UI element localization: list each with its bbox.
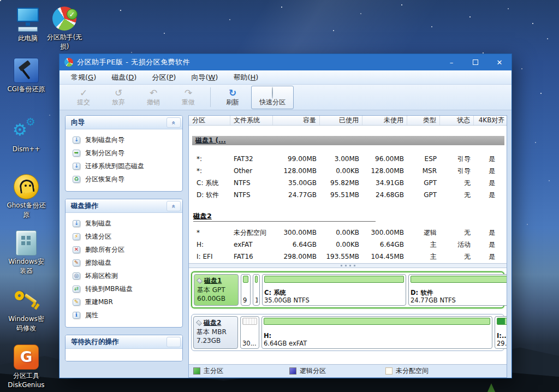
menu-item-0[interactable]: 常规(G) xyxy=(66,72,101,84)
legend-swatch xyxy=(385,367,393,375)
sidebar-item-1-5[interactable]: ⇄转换到MBR磁盘 xyxy=(66,282,182,295)
column-header-3[interactable]: 已使用 xyxy=(320,116,362,125)
partition-block[interactable]: H:6.64GB exFAT xyxy=(261,316,492,349)
legend-swatch xyxy=(193,367,200,375)
sidebar-panel-1: 磁盘操作«↓复制磁盘⚡快速分区✕删除所有分区✎擦除磁盘◎坏扇区检测⇄转换到MBR… xyxy=(65,199,183,328)
sidebar-item-1-0[interactable]: ↓复制磁盘 xyxy=(66,217,182,230)
maximize-icon xyxy=(473,60,478,65)
this-pc-icon xyxy=(16,7,40,33)
menu-item-4[interactable]: 帮助(H) xyxy=(228,72,263,84)
window-controls: – ✕ xyxy=(439,54,512,70)
cell: 95.82MB xyxy=(320,177,362,189)
cell: MSR xyxy=(407,165,440,177)
sidebar-item-0-0[interactable]: ↓复制磁盘向导 xyxy=(66,133,182,146)
sidebar-item-1-3[interactable]: ✎擦除磁盘 xyxy=(66,256,182,269)
desktop-icon-partition-assistant[interactable]: ✓分区助手(无损) xyxy=(40,4,88,51)
toolbar-icon-2: ↶ xyxy=(150,88,157,98)
disk-label-card[interactable]: 磁盘2基本 MBR7.23GB xyxy=(193,316,238,349)
close-button[interactable]: ✕ xyxy=(487,54,512,70)
toolbar-button-5[interactable]: 快速分区 xyxy=(251,86,294,109)
toolbar-button-2[interactable]: ↶撤销 xyxy=(137,86,170,109)
cell: 引导 xyxy=(440,165,474,177)
menu-bar: 常规(G)磁盘(D)分区(P)向导(W)帮助(H) xyxy=(60,70,512,85)
partition-block[interactable]: I:...29... xyxy=(495,316,507,349)
table-row[interactable]: *:Other128.00MB0.00KB128.00MBMSR引导是 xyxy=(189,165,507,177)
toolbar-separator xyxy=(210,87,211,107)
disk-icon xyxy=(196,320,202,326)
menu-item-3[interactable]: 向导(W) xyxy=(186,72,223,84)
table-row[interactable]: D: 软件NTFS24.77GB95.51MB24.68GBGPT无是 xyxy=(189,189,507,201)
partition-block[interactable]: 30... xyxy=(240,316,259,349)
disk-size: 60.00GB xyxy=(197,295,235,302)
desktop-icon-label: Windows密码修改 xyxy=(2,314,50,333)
menu-item-1[interactable]: 磁盘(D) xyxy=(106,72,141,84)
disk-label-card[interactable]: 磁盘1基本 GPT60.00GB xyxy=(194,274,239,306)
table-row[interactable]: C: 系统NTFS35.00GB95.82MB34.91GBGPT无是 xyxy=(189,177,507,189)
minimize-button[interactable]: – xyxy=(439,54,463,70)
menu-item-2[interactable]: 分区(P) xyxy=(147,72,181,84)
desktop-icon-windows-password[interactable]: Windows密码修改 xyxy=(2,286,50,333)
toolbar-icon-3: ↷ xyxy=(185,88,192,98)
disk-group-header-1[interactable]: 磁盘2 xyxy=(193,211,507,221)
dism-gears-icon: ⚙⚙ xyxy=(13,117,40,144)
sidebar-item-1-4[interactable]: ◎坏扇区检测 xyxy=(66,269,182,282)
toolbar-button-1[interactable]: ↺放弃 xyxy=(102,86,135,109)
cell: 34.91GB xyxy=(362,177,407,189)
operation-icon: ↓ xyxy=(73,163,80,170)
cell: 是 xyxy=(474,165,507,177)
sidebar-item-0-1[interactable]: ➥复制分区向导 xyxy=(66,146,182,159)
partition-block[interactable]: D: 软件24.77GB NTFS xyxy=(408,274,507,306)
cell: *: xyxy=(189,153,230,165)
title-bar[interactable]: 分区助手PE版 - 无损分区免费软件 – ✕ xyxy=(60,54,512,70)
legend-swatch xyxy=(289,367,296,375)
sidebar-item-label: 迁移系统到固态磁盘 xyxy=(85,162,144,171)
toolbar-button-3[interactable]: ↷重做 xyxy=(172,86,205,109)
table-row[interactable]: I: EFIFAT16298.00MB193.55MB104.45MB主无是 xyxy=(189,251,507,263)
column-header-2[interactable]: 容量 xyxy=(273,116,320,125)
partition-text: 1 xyxy=(255,296,258,304)
desktop-icon-ghost-backup[interactable]: Ghost备份还原 xyxy=(2,173,50,219)
disk-map-1[interactable]: 磁盘1基本 GPT60.00GB91C: 系统35.00GB NTFSD: 软件… xyxy=(191,271,504,308)
panel-header-2[interactable]: 等待执行的操作 xyxy=(66,335,182,349)
disk-icon xyxy=(197,278,203,284)
panel-title: 向导 xyxy=(71,118,166,127)
column-header-7[interactable]: 4KB对齐 xyxy=(474,116,507,125)
window-title: 分区助手PE版 - 无损分区免费软件 xyxy=(77,57,190,67)
toolbar-button-4[interactable]: ↻刷新 xyxy=(216,86,249,109)
sidebar-item-1-2[interactable]: ✕删除所有分区 xyxy=(66,243,182,256)
collapse-chevron-icon[interactable]: « xyxy=(166,201,181,211)
table-row[interactable]: *未分配空间300.00MB0.00KB300.00MB逻辑无是 xyxy=(189,227,507,239)
partition-block[interactable]: C: 系统35.00GB NTFS xyxy=(262,274,406,306)
desktop-icon-diskgenius[interactable]: G分区工具DiskGenius xyxy=(2,343,50,390)
collapse-chevron-icon[interactable] xyxy=(166,337,181,347)
panel-header-1[interactable]: 磁盘操作« xyxy=(66,199,182,213)
column-header-0[interactable]: 分区 xyxy=(189,116,230,125)
sidebar-item-1-1[interactable]: ⚡快速分区 xyxy=(66,230,182,243)
desktop-icon-dism[interactable]: ⚙⚙Dism++ xyxy=(2,116,50,154)
disk-map-2[interactable]: 磁盘2基本 MBR7.23GB30...H:6.64GB exFATI:...2… xyxy=(191,314,504,351)
partition-block[interactable]: 9 xyxy=(241,274,251,306)
table-row[interactable]: H:exFAT6.64GB0.00KB6.64GB主活动是 xyxy=(189,239,507,251)
column-header-6[interactable]: 状态 xyxy=(440,116,474,125)
panel-header-0[interactable]: 向导« xyxy=(66,116,182,129)
desktop-icon-cgi-backup[interactable]: CGI备份还原 xyxy=(2,56,50,94)
sidebar-item-label: 重建MBR xyxy=(85,298,113,307)
toolbar-button-0[interactable]: ✓提交 xyxy=(67,86,100,109)
collapse-chevron-icon[interactable]: « xyxy=(166,117,181,128)
disk-name: 磁盘1 xyxy=(197,276,235,286)
desktop-icon-windows-installer[interactable]: Windows安装器 xyxy=(2,229,50,276)
maximize-button[interactable] xyxy=(463,54,487,70)
splitter[interactable] xyxy=(189,263,507,268)
sidebar-item-1-7[interactable]: ℹ属性 xyxy=(66,308,182,322)
sidebar-item-0-3[interactable]: ♻分区恢复向导 xyxy=(66,173,182,186)
pending-operations-list[interactable] xyxy=(66,349,182,361)
cell: I: EFI xyxy=(189,251,230,263)
sidebar-item-1-6[interactable]: ✎重建MBR xyxy=(66,295,182,308)
partition-block[interactable]: 1 xyxy=(253,274,260,306)
table-row[interactable]: *:FAT3299.00MB3.00MB96.00MBESP引导是 xyxy=(189,153,507,165)
disk-group-header-0[interactable]: 磁盘1 (... xyxy=(192,136,504,145)
column-header-1[interactable]: 文件系统 xyxy=(230,116,273,125)
column-header-5[interactable]: 类型 xyxy=(407,116,440,125)
column-header-4[interactable]: 未使用 xyxy=(362,116,407,125)
sidebar-item-0-2[interactable]: ↓迁移系统到固态磁盘 xyxy=(66,159,182,173)
